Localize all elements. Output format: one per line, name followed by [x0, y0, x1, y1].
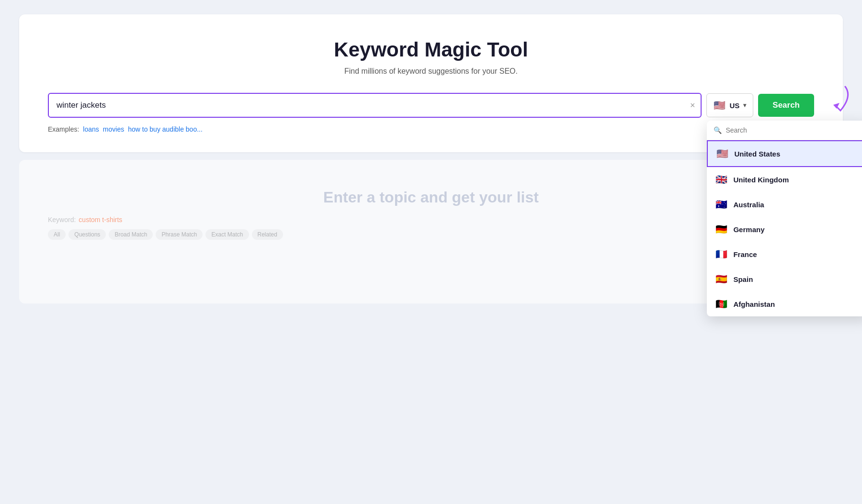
item-name: France [733, 250, 757, 258]
keyword-value: custom t-shirts [79, 216, 122, 224]
item-flag: 🇬🇧 [715, 174, 727, 185]
country-code: US [729, 101, 739, 110]
dropdown-search-input[interactable] [726, 126, 862, 134]
bottom-title: Enter a topic and get your list [48, 189, 814, 206]
dropdown-item[interactable]: 🇺🇸United States [707, 140, 862, 167]
country-flag: 🇺🇸 [714, 100, 726, 111]
top-section: Keyword Magic Tool Find millions of keyw… [19, 14, 843, 152]
page-title: Keyword Magic Tool [48, 38, 814, 61]
examples-row: Examples: loans movies how to buy audibl… [48, 125, 814, 133]
country-dropdown: 🔍 🇺🇸United States🇬🇧United Kingdom🇦🇺Austr… [707, 121, 862, 316]
item-name: United Kingdom [733, 176, 789, 184]
item-flag: 🇦🇫 [715, 298, 727, 310]
item-flag: 🇪🇸 [715, 273, 727, 285]
dropdown-search-wrapper: 🔍 [707, 121, 862, 140]
item-flag: 🇩🇪 [715, 224, 727, 235]
dropdown-item[interactable]: 🇪🇸Spain [707, 267, 862, 291]
page-subtitle: Find millions of keyword suggestions for… [48, 67, 814, 76]
example-link-loans[interactable]: loans [83, 125, 99, 133]
dropdown-search-icon: 🔍 [714, 126, 722, 134]
dropdown-item[interactable]: 🇩🇪Germany [707, 217, 862, 242]
item-flag: 🇺🇸 [716, 148, 728, 159]
item-flag: 🇫🇷 [715, 248, 727, 260]
item-flag: 🇦🇺 [715, 199, 727, 210]
bottom-keyword-row: Keyword: custom t-shirts [48, 216, 814, 224]
country-selector[interactable]: 🇺🇸 US ▾ 🔍 🇺🇸United States🇬🇧United Kingdo… [706, 93, 753, 117]
dropdown-item[interactable]: 🇦🇺Australia [707, 192, 862, 217]
dropdown-list: 🇺🇸United States🇬🇧United Kingdom🇦🇺Austral… [707, 140, 862, 316]
item-name: United States [734, 150, 780, 158]
item-name: Afghanistan [733, 300, 775, 308]
search-button[interactable]: Search [758, 94, 814, 117]
search-input-wrapper: × [48, 93, 702, 118]
item-name: Spain [733, 275, 753, 283]
tab-pill[interactable]: All [48, 229, 66, 240]
search-input[interactable] [49, 94, 701, 117]
dropdown-item[interactable]: 🇦🇫Afghanistan [707, 291, 862, 316]
examples-label: Examples: [48, 125, 79, 133]
clear-icon[interactable]: × [690, 101, 695, 110]
dropdown-item[interactable]: 🇬🇧United Kingdom [707, 167, 862, 192]
keyword-label: Keyword: [48, 216, 76, 224]
chevron-down-icon: ▾ [743, 102, 746, 109]
tab-pill[interactable]: Questions [68, 229, 106, 240]
bottom-section-inner: Enter a topic and get your list Keyword:… [48, 189, 814, 240]
dropdown-item[interactable]: 🇫🇷France [707, 242, 862, 267]
example-link-movies[interactable]: movies [103, 125, 124, 133]
example-link-audible[interactable]: how to buy audible boo... [128, 125, 203, 133]
tab-pill[interactable]: Exact Match [205, 229, 249, 240]
arrow-annotation [812, 82, 855, 125]
tab-pill[interactable]: Related [252, 229, 283, 240]
search-button-wrapper: Search [758, 94, 814, 117]
item-name: Germany [733, 225, 764, 234]
search-row: × 🇺🇸 US ▾ 🔍 🇺🇸United States🇬🇧United King… [48, 93, 814, 118]
svg-marker-0 [833, 103, 839, 109]
tab-pill[interactable]: Broad Match [109, 229, 153, 240]
item-name: Australia [733, 201, 764, 209]
tab-row: AllQuestionsBroad MatchPhrase MatchExact… [48, 229, 814, 240]
tab-pill[interactable]: Phrase Match [156, 229, 203, 240]
